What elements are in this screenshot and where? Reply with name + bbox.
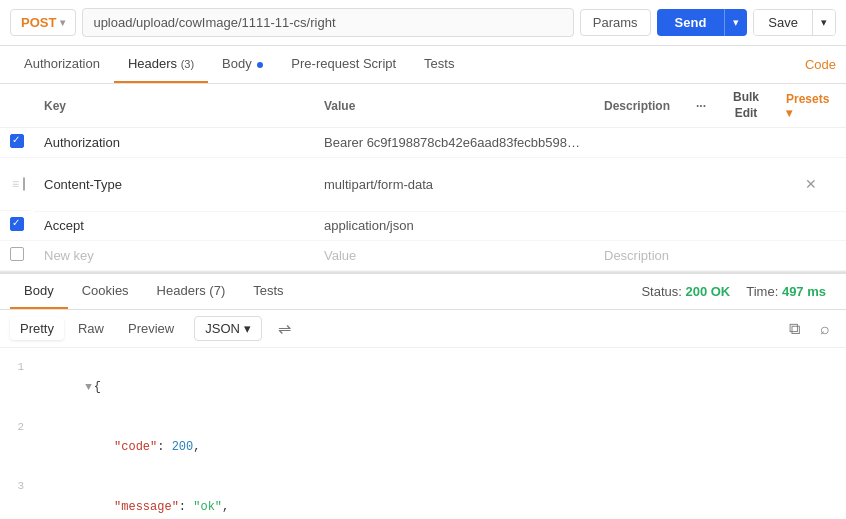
row2-spacer bbox=[716, 158, 776, 212]
new-desc-placeholder: Description bbox=[604, 248, 669, 263]
new-key-cell[interactable]: New key bbox=[34, 241, 314, 271]
row1-key: Authorization bbox=[34, 128, 314, 158]
line-number: 1 bbox=[0, 359, 36, 377]
row1-checkbox[interactable] bbox=[10, 134, 24, 148]
send-button[interactable]: Send bbox=[657, 9, 725, 36]
col-value-header: Value bbox=[314, 84, 594, 128]
new-header-row: New key Value Description bbox=[0, 241, 846, 271]
row3-dots bbox=[686, 211, 716, 241]
response-time: Time: 497 ms bbox=[746, 284, 826, 299]
line-number: 3 bbox=[0, 478, 36, 496]
tab-tests-req[interactable]: Tests bbox=[410, 46, 468, 83]
headers-section: Key Value Description ··· BulkEdit Prese… bbox=[0, 84, 846, 272]
method-chevron-icon: ▾ bbox=[60, 17, 65, 28]
row1-bulkedit bbox=[716, 128, 776, 158]
table-row: Authorization Bearer 6c9f198878cb42e6aad… bbox=[0, 128, 846, 158]
row1-value: Bearer 6c9f198878cb42e6aad83fecbb598d... bbox=[314, 128, 594, 158]
time-value: 497 ms bbox=[782, 284, 826, 299]
new-check-cell bbox=[0, 241, 34, 271]
table-row: Accept application/json bbox=[0, 211, 846, 241]
row2-checkbox[interactable] bbox=[23, 177, 25, 191]
row2-desc bbox=[594, 158, 686, 212]
expand-icon[interactable]: ▼ bbox=[85, 381, 92, 393]
wrap-icon[interactable]: ⇌ bbox=[272, 317, 297, 340]
resp-tab-headers[interactable]: Headers (7) bbox=[143, 274, 240, 309]
row3-close bbox=[776, 211, 846, 241]
line-content: "code": 200, bbox=[36, 419, 200, 477]
json-chevron-icon: ▾ bbox=[244, 321, 251, 336]
row3-checkbox[interactable] bbox=[10, 217, 24, 231]
top-bar: POST ▾ Params Send ▾ Save ▾ bbox=[0, 0, 846, 46]
line-content: ▼{ bbox=[36, 359, 101, 417]
row2-close[interactable]: ✕ bbox=[776, 158, 846, 212]
pretty-button[interactable]: Pretty bbox=[10, 317, 64, 340]
json-line-2: 2 "code": 200, bbox=[0, 418, 846, 478]
new-desc-cell[interactable]: Description bbox=[594, 241, 686, 271]
new-spacer bbox=[716, 241, 776, 271]
tab-headers[interactable]: Headers (3) bbox=[114, 46, 208, 83]
resp-tab-body[interactable]: Body bbox=[10, 274, 68, 309]
row3-spacer bbox=[716, 211, 776, 241]
col-bulkedit-btn[interactable]: BulkEdit bbox=[716, 84, 776, 128]
col-check-header bbox=[0, 84, 34, 128]
new-dots-cell bbox=[686, 241, 716, 271]
line-content: "message": "ok", bbox=[36, 478, 229, 519]
response-tabs-bar: Body Cookies Headers (7) Tests Status: 2… bbox=[0, 272, 846, 310]
col-dots-header: ··· bbox=[686, 84, 716, 128]
preview-button[interactable]: Preview bbox=[118, 317, 184, 340]
new-close bbox=[776, 241, 846, 271]
params-button[interactable]: Params bbox=[580, 9, 651, 36]
save-button-group: Save ▾ bbox=[753, 9, 836, 36]
response-body: 1 ▼{ 2 "code": 200, 3 "message": "ok", 4… bbox=[0, 348, 846, 519]
tab-pre-request[interactable]: Pre-request Script bbox=[277, 46, 410, 83]
save-button[interactable]: Save bbox=[754, 10, 812, 35]
send-button-group: Send ▾ bbox=[657, 9, 748, 36]
row2-close-icon[interactable]: ✕ bbox=[805, 176, 817, 192]
col-presets-btn[interactable]: Presets ▾ bbox=[776, 84, 846, 128]
json-line-3: 3 "message": "ok", bbox=[0, 477, 846, 519]
row1-desc bbox=[594, 128, 686, 158]
row2-key: Content-Type bbox=[34, 158, 314, 212]
save-dropdown-button[interactable]: ▾ bbox=[812, 10, 835, 35]
row2-drag-handle[interactable]: ≡ bbox=[10, 164, 19, 204]
line-number: 2 bbox=[0, 419, 36, 437]
send-dropdown-button[interactable]: ▾ bbox=[724, 9, 747, 36]
row1-dots bbox=[686, 128, 716, 158]
row2-dots bbox=[686, 158, 716, 212]
url-input[interactable] bbox=[82, 8, 573, 37]
new-key-placeholder: New key bbox=[44, 248, 94, 263]
tab-body[interactable]: Body bbox=[208, 46, 277, 83]
col-key-header: Key bbox=[34, 84, 314, 128]
row3-desc bbox=[594, 211, 686, 241]
body-dot bbox=[257, 62, 263, 68]
table-row: ≡ Content-Type multipart/form-data ✕ bbox=[0, 158, 846, 212]
new-value-cell[interactable]: Value bbox=[314, 241, 594, 271]
method-label: POST bbox=[21, 15, 56, 30]
json-line-1: 1 ▼{ bbox=[0, 358, 846, 418]
row3-key: Accept bbox=[34, 211, 314, 241]
tab-authorization[interactable]: Authorization bbox=[10, 46, 114, 83]
request-tabs: Authorization Headers (3) Body Pre-reque… bbox=[0, 46, 846, 84]
row3-value: application/json bbox=[314, 211, 594, 241]
headers-table: Key Value Description ··· BulkEdit Prese… bbox=[0, 84, 846, 271]
code-link[interactable]: Code bbox=[805, 47, 836, 82]
copy-icon[interactable]: ⧉ bbox=[783, 318, 806, 340]
status-code: 200 OK bbox=[685, 284, 730, 299]
new-checkbox bbox=[10, 247, 24, 261]
row3-check-cell bbox=[0, 211, 34, 241]
response-status: Status: 200 OK bbox=[641, 284, 730, 299]
headers-badge: (3) bbox=[181, 58, 194, 70]
raw-button[interactable]: Raw bbox=[68, 317, 114, 340]
resp-tab-cookies[interactable]: Cookies bbox=[68, 274, 143, 309]
new-value-placeholder: Value bbox=[324, 248, 356, 263]
resp-tab-tests[interactable]: Tests bbox=[239, 274, 297, 309]
search-icon[interactable]: ⌕ bbox=[814, 318, 836, 340]
row2-check-cell: ≡ bbox=[0, 158, 30, 211]
row2-value: multipart/form-data bbox=[314, 158, 594, 212]
method-selector[interactable]: POST ▾ bbox=[10, 9, 76, 36]
json-format-selector[interactable]: JSON ▾ bbox=[194, 316, 262, 341]
response-toolbar: Pretty Raw Preview JSON ▾ ⇌ ⧉ ⌕ bbox=[0, 310, 846, 348]
row1-presets bbox=[776, 128, 846, 158]
row1-check-cell bbox=[0, 128, 34, 158]
col-desc-header: Description bbox=[594, 84, 686, 128]
